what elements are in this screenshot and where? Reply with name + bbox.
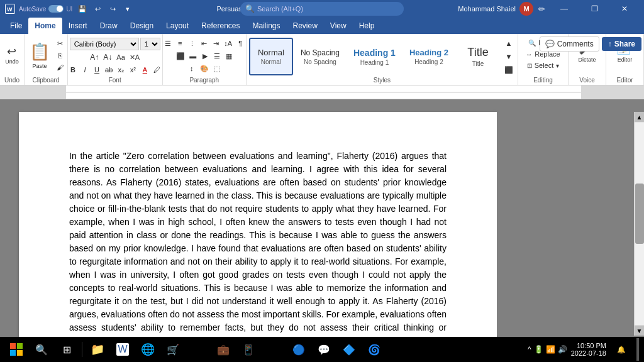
cut-button[interactable]: ✂ [55,38,66,49]
tab-insert[interactable]: Insert [62,18,94,34]
line-spacing-button[interactable]: ↕ [186,63,197,74]
pen-icon[interactable]: ✏ [535,2,548,16]
scroll-track[interactable] [635,123,645,325]
taskbar-whatsapp[interactable]: 💬 [313,338,335,361]
show-formatting-button[interactable]: ¶ [235,38,246,49]
tray-battery[interactable]: 🔋 [534,345,543,354]
scrollbar-vertical[interactable]: ▲ ▼ [634,112,644,336]
document-body-text[interactable]: In the article "Zero correlation between… [69,150,447,348]
font-name-select[interactable]: Calibri (Body) [70,38,139,50]
tab-file[interactable]: File [4,18,28,34]
store-icon: 🛒 [167,344,179,356]
strikethrough-button[interactable]: ab [103,64,114,75]
close-button[interactable]: ✕ [610,0,639,18]
start-button[interactable] [5,338,28,361]
increase-indent-button[interactable]: ⇥ [210,38,221,49]
minimize-button[interactable]: — [550,0,579,18]
undo-icon[interactable]: ↩ [91,3,104,15]
sort-button[interactable]: ↕A [222,38,234,49]
styles-more[interactable]: ⬛ [502,64,515,75]
copy-button[interactable]: ⎘ [55,50,66,61]
share-button[interactable]: ↑ Share [602,37,641,51]
paste-button[interactable]: 📋 Paste [26,35,53,75]
bullets-button[interactable]: ☰ [162,38,174,49]
taskbar-file-explorer[interactable]: 📁 [86,338,109,361]
redo-icon[interactable]: ↪ [106,3,119,15]
underline-button[interactable]: U [91,64,103,75]
taskbar-settings[interactable]: ⚙ [262,338,285,361]
taskbar-chrome[interactable]: 🔵 [287,338,310,361]
tab-home[interactable]: Home [28,18,62,34]
clock[interactable]: 10:50 PM 2022-07-18 [571,342,606,357]
tab-draw[interactable]: Draw [94,18,124,34]
styles-scroll-up[interactable]: ▲ [502,38,515,49]
subscript-button[interactable]: x₂ [115,64,126,75]
styles-scroll-down[interactable]: ▼ [502,51,515,62]
taskbar-teams[interactable]: 💼 [212,338,235,361]
align-left-button[interactable]: ⬛ [174,50,187,62]
align-right-button[interactable]: ▶ [199,50,211,62]
font-size-select[interactable]: 11 [140,38,160,50]
tab-layout[interactable]: Layout [160,18,195,34]
highlight-button[interactable]: 🖊 [151,64,162,75]
numbering-button[interactable]: ≡ [174,38,186,49]
save-icon[interactable]: 💾 [76,3,89,15]
tab-design[interactable]: Design [124,18,160,34]
task-view-button[interactable]: ⊞ [55,338,78,361]
user-avatar[interactable]: M [519,2,533,16]
select-button[interactable]: ⊡ Select ▾ [523,60,562,70]
document-page[interactable]: In the article "Zero correlation between… [19,112,497,348]
decrease-font-size-button[interactable]: A↓ [101,52,114,63]
autosave-switch[interactable] [48,5,64,13]
ruler-ticks [66,85,581,99]
style-title[interactable]: Title Title [456,38,500,75]
format-painter-button[interactable]: 🖌 [55,62,66,73]
restore-button[interactable]: ❐ [580,0,609,18]
italic-button[interactable]: I [79,64,91,75]
scroll-thumb[interactable] [635,184,644,244]
taskbar-phone[interactable]: 📱 [237,338,260,361]
style-heading2[interactable]: Heading 2 Heading 2 [403,38,455,75]
taskbar-app2[interactable]: 🔷 [338,338,360,361]
document-area[interactable]: In the article "Zero correlation between… [0,99,644,348]
taskbar-mail[interactable]: ✉ [187,338,209,361]
taskbar-word[interactable]: W [111,338,134,361]
borders-button[interactable]: ⬚ [211,63,223,74]
tab-view[interactable]: View [324,18,353,34]
decrease-indent-button[interactable]: ⇤ [198,38,209,49]
tab-mailings[interactable]: Mailings [246,18,286,34]
style-no-spacing[interactable]: No Spacing No Spacing [294,38,346,75]
comments-button[interactable]: 💬 Comments [540,36,599,52]
tab-references[interactable]: References [195,18,246,34]
tray-volume[interactable]: 🔊 [558,345,567,354]
style-normal[interactable]: Normal Normal [249,38,293,75]
search-taskbar-button[interactable]: 🔍 [30,338,53,361]
align-center-button[interactable]: ▬ [187,50,199,62]
multilevel-list-button[interactable]: ⋮ [186,38,197,49]
increase-font-size-button[interactable]: A↑ [88,52,101,63]
taskbar-edge[interactable]: 🌐 [136,338,159,361]
taskbar-store[interactable]: 🛒 [162,338,184,361]
font-color-button[interactable]: A [139,64,150,75]
superscript-button[interactable]: x² [127,64,138,75]
bold-button[interactable]: B [67,64,79,75]
tray-wifi[interactable]: 📶 [546,345,555,354]
scroll-down-button[interactable]: ▼ [635,326,645,336]
scroll-up-button[interactable]: ▲ [635,112,645,122]
shading-button[interactable]: 🎨 [198,63,211,74]
clear-formatting-button[interactable]: ✕A [128,52,142,63]
tray-show-hidden[interactable]: ^ [528,345,531,354]
show-desktop-button[interactable] [636,338,639,361]
search-bar[interactable]: 🔍 Search (Alt+Q) [240,2,404,16]
customize-quick-access-icon[interactable]: ▾ [121,3,134,15]
column-button[interactable]: ▦ [223,50,235,62]
autosave-toggle[interactable]: AutoSave UI [19,5,72,13]
undo-button[interactable]: ↩ Undo [2,45,22,66]
justify-button[interactable]: ☰ [211,50,223,62]
notification-button[interactable]: 🔔 [610,338,633,361]
tab-help[interactable]: Help [353,18,381,34]
taskbar-app3[interactable]: 🌀 [363,338,386,361]
tab-review[interactable]: Review [287,18,324,34]
style-heading1[interactable]: Heading 1 Heading 1 [347,38,402,75]
change-case-button[interactable]: Aa [114,52,126,63]
